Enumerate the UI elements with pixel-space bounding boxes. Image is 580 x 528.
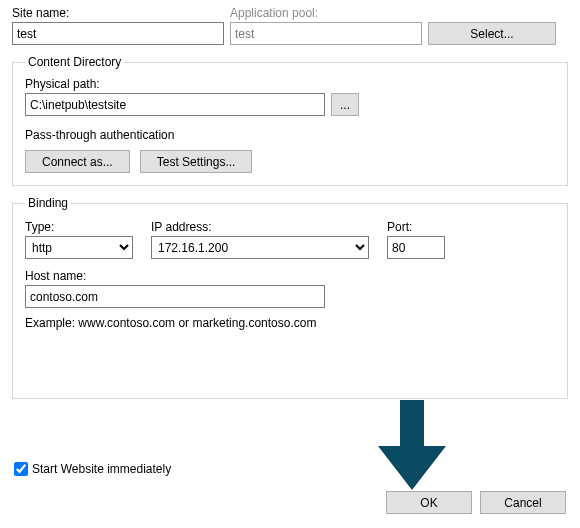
content-directory-legend: Content Directory [25,55,124,69]
ip-address-label: IP address: [151,220,369,234]
site-name-label: Site name: [12,6,224,20]
port-label: Port: [387,220,445,234]
host-name-input[interactable] [25,285,325,308]
dialog-footer-buttons: OK Cancel [386,491,566,514]
add-website-dialog: Site name: Application pool: Select... C… [0,0,580,528]
cancel-button[interactable]: Cancel [480,491,566,514]
physical-path-label: Physical path: [25,77,555,91]
ip-address-select[interactable]: 172.16.1.200 [151,236,369,259]
content-directory-group: Content Directory Physical path: ... Pas… [12,55,568,186]
site-name-input[interactable] [12,22,224,45]
binding-legend: Binding [25,196,71,210]
app-pool-label: Application pool: [230,6,422,20]
port-input[interactable] [387,236,445,259]
start-immediately-input[interactable] [14,462,28,476]
type-select[interactable]: http [25,236,133,259]
pass-through-auth-label: Pass-through authentication [25,128,555,142]
browse-path-button[interactable]: ... [331,93,359,116]
binding-group: Binding Type: http IP address: 172.16.1.… [12,196,568,399]
svg-marker-0 [378,400,446,490]
start-immediately-label: Start Website immediately [32,462,171,476]
arrow-overlay-icon [378,400,446,490]
app-pool-input [230,22,422,45]
host-name-example: Example: www.contoso.com or marketing.co… [25,316,555,330]
connect-as-button[interactable]: Connect as... [25,150,130,173]
start-immediately-checkbox[interactable]: Start Website immediately [14,462,171,476]
type-label: Type: [25,220,133,234]
top-row: Site name: Application pool: Select... [12,6,568,45]
physical-path-input[interactable] [25,93,325,116]
ok-button[interactable]: OK [386,491,472,514]
host-name-label: Host name: [25,269,555,283]
test-settings-button[interactable]: Test Settings... [140,150,253,173]
select-app-pool-button[interactable]: Select... [428,22,556,45]
